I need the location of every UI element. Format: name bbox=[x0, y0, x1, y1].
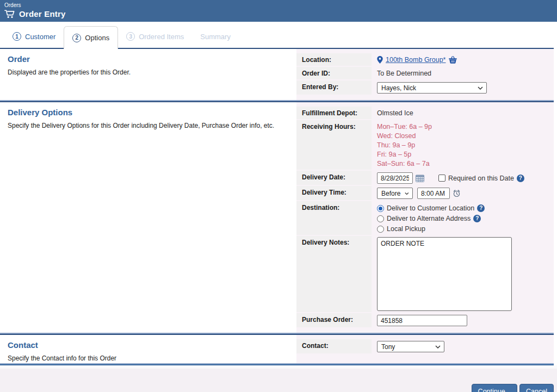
delivery-options-section: Delivery Options Specify the Delivery Op… bbox=[0, 101, 554, 334]
contact-section-fields: Contact: Tony bbox=[296, 335, 554, 363]
receiving-hours-line: Fri: 9a – 5p bbox=[377, 150, 411, 159]
delivery-notes-textarea[interactable]: ORDER NOTE bbox=[377, 237, 512, 311]
tab-number-icon: 2 bbox=[72, 34, 81, 42]
contact-section-info: Contact Specify the Contact info for thi… bbox=[0, 335, 296, 363]
tab-summary: Summary bbox=[192, 26, 239, 47]
required-on-date-label: Required on this Date bbox=[448, 175, 514, 182]
page-title: Order Entry bbox=[19, 9, 66, 18]
contact-section-description: Specify the Contact info for this Order bbox=[8, 354, 282, 362]
deliver-to-customer-radio[interactable] bbox=[377, 205, 384, 212]
delivery-date-label: Delivery Date: bbox=[296, 171, 372, 185]
delivery-time-input[interactable] bbox=[417, 188, 450, 199]
tab-customer[interactable]: 1 Customer bbox=[4, 26, 64, 47]
location-label: Location: bbox=[296, 53, 372, 66]
continue-button[interactable]: Continue... bbox=[472, 384, 517, 392]
contact-section-title: Contact bbox=[8, 340, 282, 350]
delivery-date-input[interactable] bbox=[377, 172, 413, 184]
contact-section: Contact Specify the Contact info for thi… bbox=[0, 334, 554, 364]
destination-option: Deliver to Customer Location ? bbox=[377, 203, 485, 213]
alarm-clock-icon[interactable] bbox=[453, 189, 461, 197]
tab-ordered-items: 3 Ordered Items bbox=[118, 26, 192, 47]
tab-number-icon: 1 bbox=[13, 32, 21, 41]
contact-select[interactable]: Tony bbox=[377, 341, 444, 352]
location-row: Location: 100th Bomb Group* bbox=[296, 53, 554, 66]
purchase-order-row: Purchase Order: bbox=[296, 313, 554, 327]
order-id-row: Order ID: To Be Determined bbox=[296, 67, 554, 79]
destination-option: Local Pickup bbox=[377, 224, 425, 234]
receiving-hours-line: Mon–Tue: 6a – 9p bbox=[377, 122, 432, 132]
tab-bar: 1 Customer 2 Options 3 Ordered Items Sum… bbox=[0, 22, 557, 48]
contact-selected-value: Tony bbox=[381, 343, 395, 351]
delivery-section-description: Specify the Delivery Options for this Or… bbox=[8, 122, 282, 129]
destination-option: Deliver to Alternate Address ? bbox=[377, 214, 481, 223]
required-on-date-checkbox[interactable] bbox=[438, 175, 445, 182]
tab-label: Options bbox=[85, 34, 109, 42]
delivery-section-info: Delivery Options Specify the Delivery Op… bbox=[0, 102, 296, 333]
local-pickup-radio[interactable] bbox=[377, 226, 384, 233]
order-id-label: Order ID: bbox=[296, 67, 372, 79]
destination-option-label: Local Pickup bbox=[387, 224, 425, 234]
entered-by-row: Entered By: Hayes, Nick bbox=[296, 80, 554, 95]
delivery-time-row: Delivery Time: Before bbox=[296, 186, 554, 200]
contact-row: Contact: Tony bbox=[296, 339, 554, 353]
delivery-time-qualifier-select[interactable]: Before bbox=[377, 188, 413, 199]
app-header: Orders Order Entry bbox=[0, 0, 557, 22]
destination-option-label: Deliver to Alternate Address bbox=[387, 214, 471, 223]
deliver-to-alternate-help-icon[interactable]: ? bbox=[473, 215, 481, 222]
receiving-hours-line: Wed: Closed bbox=[377, 132, 416, 141]
receiving-hours-line: Sat–Sun: 6a – 7a bbox=[377, 159, 430, 169]
purchase-order-input[interactable] bbox=[377, 315, 467, 326]
contact-label: Contact: bbox=[296, 339, 372, 353]
deliver-to-customer-help-icon[interactable]: ? bbox=[477, 204, 485, 212]
receiving-hours-row: Receiving Hours: Mon–Tue: 6a – 9p Wed: C… bbox=[296, 120, 554, 170]
tab-number-icon: 3 bbox=[126, 32, 135, 41]
chevron-down-icon bbox=[478, 86, 483, 90]
chevron-down-icon bbox=[405, 192, 409, 195]
fulfillment-depot-label: Fulfillment Depot: bbox=[296, 107, 372, 119]
delivery-section-title: Delivery Options bbox=[8, 108, 282, 117]
breadcrumb[interactable]: Orders bbox=[4, 2, 557, 8]
page-title-row: Order Entry bbox=[4, 9, 557, 18]
tab-options[interactable]: 2 Options bbox=[64, 26, 118, 49]
delivery-time-label: Delivery Time: bbox=[296, 186, 372, 200]
location-link[interactable]: 100th Bomb Group* bbox=[386, 56, 446, 64]
delivery-notes-row: Delivery Notes: ORDER NOTE bbox=[296, 236, 554, 312]
tab-label: Ordered Items bbox=[139, 33, 184, 41]
form-sections: Order Displayed are the properties for t… bbox=[0, 48, 554, 365]
destination-row: Destination: Deliver to Customer Locatio… bbox=[296, 201, 554, 235]
calendar-icon[interactable] bbox=[416, 175, 424, 182]
cart-icon bbox=[4, 9, 15, 18]
footer: Continue... Cancel bbox=[0, 369, 557, 392]
destination-option-label: Deliver to Customer Location bbox=[387, 203, 474, 213]
tab-label: Summary bbox=[200, 33, 231, 41]
order-section-info: Order Displayed are the properties for t… bbox=[0, 49, 296, 100]
order-section-description: Displayed are the properties for this Or… bbox=[8, 69, 282, 76]
map-pin-icon bbox=[377, 56, 383, 64]
deliver-to-alternate-radio[interactable] bbox=[377, 215, 384, 222]
entered-by-selected-value: Hayes, Nick bbox=[381, 84, 416, 92]
order-id-value: To Be Determined bbox=[377, 70, 431, 77]
delivery-notes-label: Delivery Notes: bbox=[296, 236, 372, 312]
receiving-hours-label: Receiving Hours: bbox=[296, 120, 372, 170]
fulfillment-depot-value: Olmsted Ice bbox=[377, 109, 413, 117]
purchase-order-label: Purchase Order: bbox=[296, 313, 372, 327]
delivery-time-qualifier-value: Before bbox=[381, 190, 400, 197]
required-on-date-help-icon[interactable]: ? bbox=[517, 175, 524, 182]
chevron-down-icon bbox=[435, 345, 441, 349]
fulfillment-depot-row: Fulfillment Depot: Olmsted Ice bbox=[296, 107, 554, 119]
tab-label: Customer bbox=[25, 33, 55, 41]
destination-label: Destination: bbox=[296, 201, 372, 235]
cancel-button[interactable]: Cancel bbox=[519, 384, 554, 392]
delivery-section-fields: Fulfillment Depot: Olmsted Ice Receiving… bbox=[296, 102, 554, 333]
order-section-title: Order bbox=[8, 54, 282, 64]
order-section-fields: Location: 100th Bomb Group* bbox=[296, 49, 554, 100]
order-section: Order Displayed are the properties for t… bbox=[0, 48, 554, 101]
delivery-date-row: Delivery Date: Required on this Date ? bbox=[296, 171, 554, 185]
entered-by-label: Entered By: bbox=[296, 80, 372, 95]
entered-by-select[interactable]: Hayes, Nick bbox=[377, 82, 487, 94]
receiving-hours-line: Thu: 9a – 9p bbox=[377, 141, 415, 150]
basket-icon[interactable] bbox=[449, 56, 457, 64]
